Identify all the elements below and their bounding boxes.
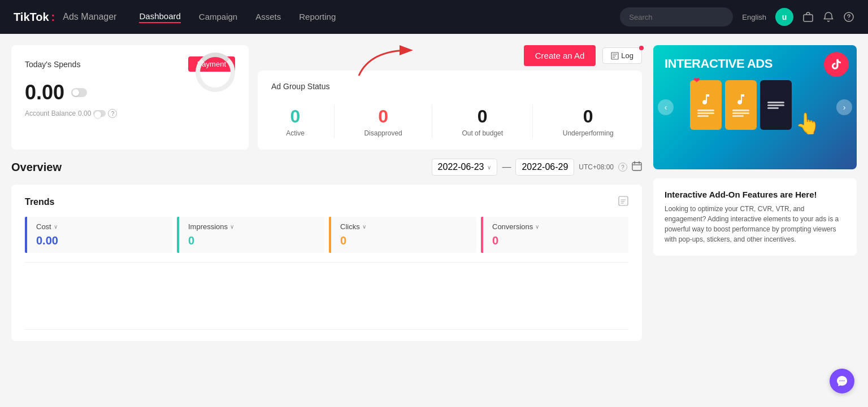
adgroup-actions: Create an Ad Log (517, 45, 642, 66)
date-range-row: 2022-06-23 ∨ — 2022-06-29 UTC+08:00 ? (432, 159, 642, 176)
stat-active: 0 Active (286, 106, 305, 137)
stat-active-value: 0 (286, 106, 305, 127)
stat-outofbudget-value: 0 (462, 106, 503, 127)
log-button[interactable]: Log (602, 47, 642, 64)
promo-description: Looking to optimize your CTR, CVR, VTR, … (665, 204, 845, 244)
log-icon (611, 52, 619, 60)
adgroup-top-bar: Create an Ad Log (258, 45, 642, 66)
metric-conversions-value: 0 (492, 234, 619, 247)
search-input[interactable] (620, 7, 733, 27)
stat-underperforming-value: 0 (563, 106, 614, 127)
nav-reporting[interactable]: Reporting (299, 12, 336, 23)
ad-banner: INTERACTIVE ADS ❤ (653, 45, 857, 169)
date-to-picker[interactable]: 2022-06-29 (515, 159, 574, 176)
metric-impressions-label: Impressions ∨ (188, 222, 315, 231)
balance-help-icon[interactable]: ? (108, 109, 117, 118)
stat-outofbudget: 0 Out of budget (462, 106, 503, 137)
language-selector[interactable]: English (742, 13, 766, 21)
metric-clicks-label: Clicks ∨ (340, 222, 467, 231)
clicks-chevron[interactable]: ∨ (362, 224, 366, 230)
banner-phones: ❤ 👆 (653, 80, 857, 130)
spends-toggle[interactable] (71, 88, 87, 97)
promo-card: Interactive Add-On Features are Here! Lo… (653, 178, 857, 256)
stat-underperforming-label: Underperforming (563, 129, 614, 137)
balance-toggle[interactable] (93, 110, 106, 117)
chart-area (25, 262, 628, 330)
calendar-icon[interactable] (632, 161, 642, 173)
timezone-info: UTC+08:00 (579, 163, 614, 171)
date-to: 2022-06-29 (522, 162, 568, 172)
top-cards: Today's Spends Payment 0.00 Account Bala… (11, 45, 642, 150)
brand-logo: TikTok: Ads Manager (14, 11, 116, 24)
trends-card: Trends Cost ∨ 0.00 Impressions ∨ (11, 185, 642, 341)
overview-header-row: Overview 2022-06-23 ∨ — 2022-06-29 UTC+0… (11, 159, 642, 176)
hand-cursor-icon: 👆 (795, 112, 821, 135)
svg-rect-5 (632, 163, 641, 170)
nav-assets[interactable]: Assets (255, 12, 281, 23)
svg-point-2 (848, 19, 849, 20)
date-from-chevron: ∨ (487, 164, 491, 170)
bell-icon[interactable] (823, 11, 834, 23)
create-ad-button[interactable]: Create an Ad (524, 45, 596, 66)
svg-rect-6 (619, 196, 628, 205)
trends-header: Trends (25, 196, 628, 208)
metric-cost-value: 0.00 (36, 234, 163, 247)
music-note-icon-1 (699, 93, 713, 106)
log-btn-container: Log (602, 47, 642, 64)
stat-active-label: Active (286, 129, 305, 137)
date-from-picker[interactable]: 2022-06-23 ∨ (432, 159, 498, 176)
metric-clicks-value: 0 (340, 234, 467, 247)
music-note-icon-2 (734, 93, 748, 106)
todays-spends-card: Today's Spends Payment 0.00 Account Bala… (11, 45, 249, 150)
stat-outofbudget-label: Out of budget (462, 129, 503, 137)
brand-name: TikTok (14, 11, 49, 24)
donut-chart (196, 52, 235, 92)
svg-rect-0 (804, 15, 813, 21)
main-content: Today's Spends Payment 0.00 Account Bala… (0, 34, 868, 352)
nav-links: Dashboard Campaign Assets Reporting (139, 11, 336, 23)
navbar-right: English u (620, 7, 854, 27)
spends-title: Today's Spends (25, 60, 80, 69)
left-panel: Today's Spends Payment 0.00 Account Bala… (0, 34, 653, 352)
overview-title: Overview (11, 161, 62, 174)
svg-point-7 (840, 380, 841, 382)
nav-dashboard[interactable]: Dashboard (139, 11, 180, 23)
phone-card-3 (760, 80, 792, 130)
svg-point-9 (844, 380, 845, 382)
date-separator: — (502, 162, 511, 172)
banner-next-button[interactable]: › (836, 99, 852, 115)
phone-card-1: ❤ (690, 80, 722, 130)
spends-balance: Account Balance 0.00 ? (25, 109, 117, 118)
stat-divider-3 (532, 104, 533, 138)
cost-chevron[interactable]: ∨ (54, 224, 58, 230)
log-notification-dot (639, 46, 644, 50)
help-icon[interactable] (843, 11, 854, 23)
promo-title: Interactive Add-On Features are Here! (665, 190, 845, 199)
metric-cost: Cost ∨ 0.00 (25, 217, 172, 253)
banner-prev-button[interactable]: ‹ (658, 99, 674, 115)
navbar: TikTok: Ads Manager Dashboard Campaign A… (0, 0, 868, 34)
phone-card-2 (725, 80, 757, 130)
adgroup-stats: 0 Active 0 Disapproved 0 Out of budget (271, 100, 628, 138)
svg-point-8 (841, 380, 843, 382)
metric-impressions-value: 0 (188, 234, 315, 247)
adgroup-section: Create an Ad Log Ad Group Status (258, 45, 642, 150)
conversions-chevron[interactable]: ∨ (535, 224, 539, 230)
support-chat-bubble[interactable] (830, 369, 854, 393)
nav-campaign[interactable]: Campaign (199, 12, 237, 23)
brand-sub: Ads Manager (63, 12, 116, 22)
metric-clicks: Clicks ∨ 0 (329, 217, 476, 253)
stat-divider-1 (334, 104, 335, 138)
metric-conversions-label: Conversions ∨ (492, 222, 619, 231)
metric-impressions: Impressions ∨ 0 (177, 217, 324, 253)
metric-conversions: Conversions ∨ 0 (481, 217, 628, 253)
right-panel: INTERACTIVE ADS ❤ (653, 34, 868, 352)
trends-export-icon[interactable] (618, 196, 628, 208)
date-from: 2022-06-23 (438, 162, 484, 172)
avatar[interactable]: u (775, 8, 793, 26)
briefcase-icon[interactable] (802, 11, 814, 23)
stat-disapproved-label: Disapproved (364, 129, 402, 137)
impressions-chevron[interactable]: ∨ (230, 224, 234, 230)
timezone-help-icon[interactable]: ? (618, 163, 627, 172)
trends-metrics: Cost ∨ 0.00 Impressions ∨ 0 Clicks ∨ (25, 217, 628, 253)
